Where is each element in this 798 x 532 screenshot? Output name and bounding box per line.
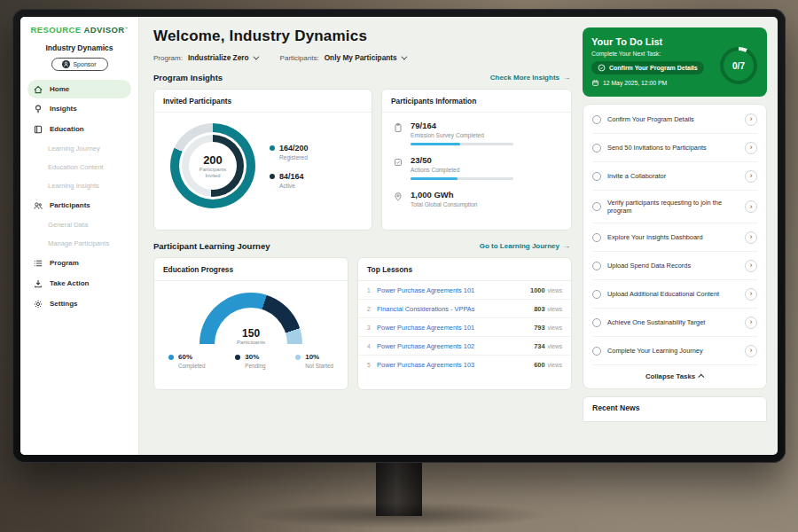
lesson-row[interactable]: 2 Financial Considerations - VPPAs 803 v… <box>358 300 571 318</box>
chevron-up-icon <box>698 374 704 380</box>
sponsor-icon <box>62 60 70 68</box>
monitor-frame: RESOURCE ADVISOR+ Industry Dynamics Spon… <box>12 9 786 463</box>
chevron-right-icon[interactable]: › <box>745 260 757 272</box>
task-checkbox[interactable] <box>592 262 601 270</box>
sidebar-item-learning-insights[interactable]: Learning Insights <box>20 176 138 195</box>
task-row[interactable]: Confirm Your Program Details › <box>592 106 757 134</box>
sidebar-item-take-action[interactable]: Take Action <box>20 273 138 293</box>
participants-filter-dropdown[interactable]: Only My Participants <box>325 53 405 62</box>
task-checkbox[interactable] <box>592 290 601 299</box>
participants-filter-label: Participants: <box>280 54 319 62</box>
donut-chart: 200 Participants Invited <box>170 123 255 208</box>
sidebar-item-label: Home <box>50 85 69 93</box>
task-row[interactable]: Invite a Collaborator › <box>592 162 757 191</box>
task-checkbox[interactable] <box>592 347 601 356</box>
go-to-learning-journey-link[interactable]: Go to Learning Journey → <box>480 242 570 250</box>
legend-dot <box>270 145 275 151</box>
sidebar-item-program[interactable]: Program <box>20 253 138 273</box>
tasks-list-card: Confirm Your Program Details › Send 50 I… <box>583 104 767 389</box>
sidebar-item-participants[interactable]: Participants <box>20 195 138 215</box>
sidebar-item-education[interactable]: Education <box>20 119 138 139</box>
checklist-icon <box>393 157 403 168</box>
donut-legend: 164/200 Registered 84/164 Active <box>270 144 309 189</box>
people-icon <box>33 200 43 211</box>
chevron-right-icon[interactable]: › <box>745 170 757 183</box>
donut-center-value: 200 <box>203 153 223 167</box>
legend-dot <box>295 355 301 360</box>
gauge-legend: 60% Completed 30% Pending <box>154 344 348 369</box>
sidebar-item-insights[interactable]: Insights <box>20 98 138 119</box>
next-task-pill[interactable]: Confirm Your Program Details <box>591 61 704 74</box>
task-checkbox[interactable] <box>592 318 601 327</box>
task-row[interactable]: Verify participants requesting to join t… <box>592 191 757 223</box>
logo-text-2: ADVISOR <box>84 25 125 35</box>
legend-dot <box>270 174 275 179</box>
sidebar-item-education-content[interactable]: Education Content <box>20 158 138 176</box>
invited-donut-chart: 200 Participants Invited 164/200 <box>154 113 372 208</box>
task-row[interactable]: Upload Additional Educational Content › <box>592 280 757 309</box>
filter-bar: Program: Industrialize Zero Participants… <box>153 53 572 62</box>
task-row[interactable]: Explore Your Insights Dashboard › <box>592 223 757 252</box>
legend-dot <box>168 355 174 360</box>
lesson-row[interactable]: 5 Power Purchase Agreements 103 600 view… <box>358 356 571 373</box>
dashboard-screen: RESOURCE ADVISOR+ Industry Dynamics Spon… <box>20 17 778 455</box>
lesson-link[interactable]: Power Purchase Agreements 102 <box>377 342 534 350</box>
sidebar-item-learning-journey[interactable]: Learning Journey <box>20 139 138 158</box>
sidebar-item-label: Education <box>50 125 84 133</box>
card-title: Education Progress <box>154 258 348 281</box>
sidebar-item-general-data[interactable]: General Data <box>20 215 138 234</box>
task-checkbox[interactable] <box>592 202 601 211</box>
task-row[interactable]: Send 50 Invitations to Participants › <box>592 134 757 162</box>
sidebar-item-label: Learning Journey <box>48 145 100 153</box>
sidebar-item-label: General Data <box>48 221 88 229</box>
task-checkbox[interactable] <box>592 144 601 153</box>
book-icon <box>33 124 43 135</box>
page-title: Welcome, Industry Dynamics <box>153 27 572 45</box>
task-checkbox[interactable] <box>592 115 601 124</box>
check-more-insights-link[interactable]: Check More Insights → <box>490 74 570 82</box>
sidebar-item-settings[interactable]: Settings <box>20 293 138 314</box>
stat-emission-survey: 79/164 Emission Survey Completed <box>393 121 560 145</box>
task-row[interactable]: Complete Your Learning Journey › <box>592 337 757 365</box>
arrow-right-icon: → <box>563 242 570 250</box>
chevron-right-icon[interactable]: › <box>745 113 757 126</box>
task-row[interactable]: Upload Spend Data Records › <box>592 252 757 280</box>
collapse-tasks-button[interactable]: Collapse Tasks <box>592 365 757 388</box>
chevron-right-icon[interactable]: › <box>745 345 757 357</box>
sidebar-item-home[interactable]: Home <box>27 80 131 98</box>
task-checkbox[interactable] <box>592 172 601 181</box>
logo-plus: + <box>125 25 129 30</box>
gauge-chart: 150 Participants <box>200 293 302 344</box>
participants-information-card: Participants Information 79/164 Emission… <box>381 89 572 231</box>
chevron-right-icon[interactable]: › <box>745 317 757 329</box>
chevron-right-icon[interactable]: › <box>745 288 757 301</box>
todo-title: Your To Do List <box>591 36 758 47</box>
chevron-right-icon[interactable]: › <box>745 231 757 244</box>
chevron-right-icon[interactable]: › <box>745 142 757 154</box>
lesson-row[interactable]: 3 Power Purchase Agreements 101 793 view… <box>358 318 571 337</box>
sponsor-badge[interactable]: Sponsor <box>51 58 108 71</box>
section-title: Program Insights <box>153 73 223 82</box>
task-checkbox[interactable] <box>592 233 601 242</box>
program-filter-dropdown[interactable]: Industrialize Zero <box>188 53 257 62</box>
lesson-link[interactable]: Power Purchase Agreements 103 <box>377 361 534 369</box>
lesson-link[interactable]: Financial Considerations - VPPAs <box>377 305 534 313</box>
location-pin-icon <box>393 192 403 202</box>
todo-progress-value: 0/7 <box>732 61 745 71</box>
lesson-link[interactable]: Power Purchase Agreements 101 <box>377 324 534 332</box>
logo-text-1: RESOURCE <box>30 25 81 35</box>
lesson-row[interactable]: 1 Power Purchase Agreements 101 1000 vie… <box>358 281 571 300</box>
task-row[interactable]: Achieve One Sustainability Target › <box>592 309 757 337</box>
sidebar-item-manage-participants[interactable]: Manage Participants <box>20 234 138 253</box>
lesson-row[interactable]: 4 Power Purchase Agreements 102 734 view… <box>358 337 571 356</box>
chevron-right-icon[interactable]: › <box>745 200 757 213</box>
list-icon <box>33 258 43 269</box>
sidebar-item-label: Education Content <box>48 163 103 171</box>
top-lessons-card: Top Lessons 1 Power Purchase Agreements … <box>357 257 572 390</box>
todo-progress-ring: 0/7 <box>720 47 757 84</box>
program-insights-header: Program Insights Check More Insights → <box>153 73 570 82</box>
program-insights-cards: Invited Participants 200 Participants In… <box>153 89 572 231</box>
lesson-link[interactable]: Power Purchase Agreements 101 <box>377 286 530 294</box>
todo-summary-card: Your To Do List Complete Your Next Task:… <box>583 27 767 97</box>
sidebar-item-label: Insights <box>50 105 77 113</box>
